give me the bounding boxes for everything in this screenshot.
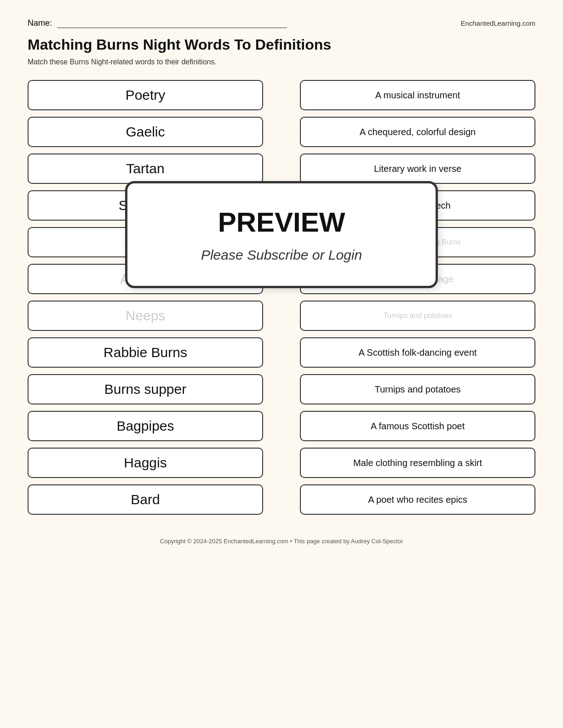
page-title: Matching Burns Night Words To Definition… — [28, 36, 535, 53]
word-haggis: Haggis — [28, 448, 263, 478]
def-famous-scottish-poet: A famous Scottish poet — [300, 411, 535, 441]
word-rabbie-burns: Rabbie Burns — [28, 337, 263, 368]
def-male-clothing: Male clothing resembling a skirt — [300, 448, 535, 478]
site-url: EnchantedLearning.com — [460, 19, 535, 27]
word-poetry: Poetry — [28, 80, 263, 110]
preview-subtitle: Please Subscribe or Login — [155, 247, 408, 263]
def-neaps-def: Turnips and potatoes — [300, 301, 535, 331]
word-tartan: Tartan — [28, 154, 263, 184]
name-underline — [57, 28, 287, 28]
def-chequered: A chequered, colorful design — [300, 117, 535, 147]
word-bard: Bard — [28, 484, 263, 515]
def-poet-recites: A poet who recites epics — [300, 484, 535, 515]
word-bagpipes: Bagpipes — [28, 411, 263, 441]
word-neeps: Neeps — [28, 301, 263, 331]
name-label: Name: — [28, 18, 287, 28]
word-burns-supper: Burns supper — [28, 374, 263, 404]
subtitle: Match these Burns Night-related words to… — [28, 58, 535, 66]
preview-overlay: PREVIEW Please Subscribe or Login — [125, 181, 438, 288]
word-gaelic: Gaelic — [28, 117, 263, 147]
preview-title: PREVIEW — [155, 206, 408, 238]
def-musical-instrument: A musical instrument — [300, 80, 535, 110]
footer: Copyright © 2024-2025 EnchantedLearning.… — [28, 538, 535, 545]
def-literary-verse: Literary work in verse — [300, 154, 535, 184]
def-turnips-potatoes: Turnips and potatoes — [300, 374, 535, 404]
matching-grid: Poetry A musical instrument Gaelic A che… — [28, 80, 535, 515]
def-folk-dancing: A Scottish folk-dancing event — [300, 337, 535, 368]
